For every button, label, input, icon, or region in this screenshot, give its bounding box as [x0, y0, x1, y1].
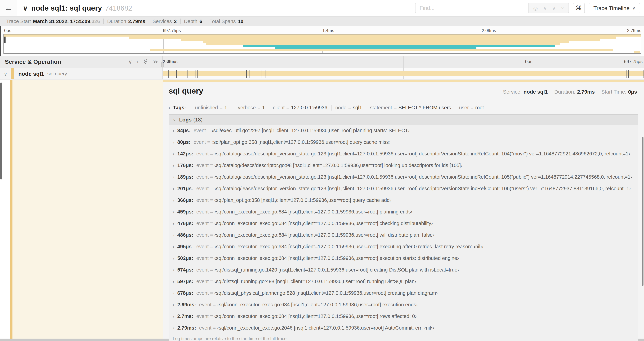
log-expand-icon[interactable]: › — [173, 163, 174, 168]
log-timestamp: 459μs: — [177, 209, 193, 215]
log-expand-icon[interactable]: › — [173, 256, 174, 261]
summary-value: March 31 2022, 17:25:09 — [33, 19, 90, 24]
tag-item: _unfinished = 1 — [188, 105, 231, 111]
minimap-tick-label: 1.4ms — [322, 28, 334, 33]
log-timestamp: 142μs: — [177, 151, 193, 157]
log-expand-icon[interactable]: › — [173, 140, 174, 145]
page-header: ← ∨ node sql1: sql query 7418682 ◎ ∧ ∨ ×… — [0, 0, 644, 17]
log-value: ‹sql/catalog/lease/descriptor_version_st… — [214, 174, 632, 180]
log-expand-icon[interactable]: › — [173, 128, 174, 133]
log-value: ‹sql/conn_executor_exec.go:684 [nsql1,cl… — [214, 244, 484, 249]
vertical-scrollbar-right[interactable] — [642, 137, 644, 286]
log-timestamp: 495μs: — [177, 244, 193, 249]
log-entry[interactable]: › 201μs: event = ‹sql/catalog/lease/desc… — [169, 183, 638, 194]
logs-header[interactable]: ∨ Logs (18) — [169, 115, 638, 125]
summary-item: Duration 2.79ms — [104, 19, 149, 24]
log-timestamp: 176μs: — [177, 163, 193, 168]
log-marker-tick — [262, 70, 262, 78]
collapse-all-icon[interactable]: ≫ — [142, 59, 148, 65]
log-expand-icon[interactable]: › — [173, 209, 174, 214]
expand-one-icon[interactable]: › — [136, 59, 138, 65]
log-field: event — [196, 151, 208, 157]
log-entry[interactable]: › 142μs: event = ‹sql/catalog/lease/desc… — [169, 148, 638, 160]
log-entry[interactable]: › 2.69ms: event = ‹sql/conn_executor_exe… — [169, 299, 638, 310]
axis-gridline — [524, 56, 524, 68]
log-expand-icon[interactable]: › — [173, 175, 174, 180]
log-expand-icon[interactable]: › — [173, 279, 174, 284]
log-expand-icon[interactable]: › — [173, 302, 174, 307]
prev-match-icon[interactable]: ∧ — [543, 5, 547, 11]
log-entry[interactable]: › 2.79ms: event = ‹sql/conn_executor_exe… — [169, 322, 638, 334]
log-field: event — [196, 313, 208, 319]
minimap-tick-label: 0μs — [4, 28, 11, 33]
log-expand-icon[interactable]: › — [173, 151, 174, 156]
log-entry[interactable]: › 486μs: event = ‹sql/conn_executor_exec… — [169, 229, 638, 241]
back-button[interactable]: ← — [0, 0, 17, 16]
tags-expand-icon[interactable]: › — [168, 105, 170, 111]
log-entry[interactable]: › 2.7ms: event = ‹sql/conn_executor_exec… — [169, 310, 638, 322]
log-expand-icon[interactable]: › — [173, 186, 174, 191]
log-entry[interactable]: › 502μs: event = ‹sql/conn_executor_exec… — [169, 252, 638, 264]
summary-value: 10 — [238, 19, 244, 24]
axis-tick-label: 2.79ms — [163, 59, 178, 64]
log-marker-tick — [197, 70, 198, 78]
log-entry[interactable]: › 678μs: event = ‹sql/distsql_physical_p… — [169, 287, 638, 299]
log-field: event — [196, 255, 208, 261]
log-value: ‹sql/conn_executor_exec.go:684 [nsql1,cl… — [214, 255, 459, 261]
logs-count: (18) — [193, 117, 202, 123]
span-row-name-cell[interactable]: ∨ node sql1 sql query — [0, 68, 163, 79]
log-field: event — [196, 244, 208, 249]
tags-label: Tags: — [173, 105, 186, 111]
collapse-one-icon[interactable]: ∨ — [128, 59, 132, 65]
span-collapse-icon[interactable]: ∨ — [0, 71, 11, 77]
summary-value: 2 — [174, 19, 177, 24]
log-expand-icon[interactable]: › — [173, 244, 174, 249]
log-expand-icon[interactable]: › — [173, 314, 174, 319]
log-field: event — [194, 139, 206, 145]
log-expand-icon[interactable]: › — [173, 198, 174, 203]
log-entry[interactable]: › 495μs: event = ‹sql/conn_executor_exec… — [169, 241, 638, 252]
find-input[interactable] — [416, 3, 528, 13]
log-expand-icon[interactable]: › — [173, 325, 174, 330]
clear-find-icon[interactable]: × — [561, 5, 564, 11]
span-duration-bar[interactable] — [163, 71, 644, 76]
next-match-icon[interactable]: ∨ — [552, 5, 556, 11]
find-controls: ◎ ∧ ∨ × — [528, 3, 568, 13]
log-entry[interactable]: › 476μs: event = ‹sql/conn_executor_exec… — [169, 218, 638, 229]
log-expand-icon[interactable]: › — [173, 233, 174, 238]
log-expand-icon[interactable]: › — [173, 291, 174, 296]
logs-list: › 34μs: event = ‹sql/exec_util.go:2297 [… — [169, 125, 638, 334]
log-entry[interactable]: › 189μs: event = ‹sql/catalog/lease/desc… — [169, 171, 638, 183]
minimap-span-bar — [4, 35, 641, 37]
vertical-scrollbar-left[interactable] — [0, 83, 2, 180]
tag-item: _verbose = 1 — [231, 105, 269, 111]
back-arrow-icon: ← — [5, 4, 12, 13]
log-timestamp: 486μs: — [177, 232, 193, 238]
span-row-timeline-cell[interactable] — [163, 68, 644, 79]
view-selector-button[interactable]: Trace Timeline ∨ — [588, 3, 640, 13]
log-field: event — [196, 221, 208, 226]
span-indent-guide — [10, 80, 12, 338]
log-expand-icon[interactable]: › — [173, 221, 174, 226]
log-entry[interactable]: › 366μs: event = ‹sql/plan_opt.go:358 [n… — [169, 194, 638, 206]
focus-match-icon[interactable]: ◎ — [533, 5, 538, 11]
log-entry[interactable]: › 574μs: event = ‹sql/distsql_running.go… — [169, 264, 638, 276]
keyboard-shortcuts-button[interactable]: ⌘ — [573, 3, 585, 13]
log-field: event — [196, 209, 208, 215]
expand-all-icon[interactable]: ≫ — [153, 59, 158, 65]
chevron-down-icon: ∨ — [632, 6, 635, 11]
log-entry[interactable]: › 80μs: event = ‹sql/plan_opt.go:358 [ns… — [169, 136, 638, 148]
view-selector-label: Trace Timeline — [594, 5, 630, 12]
collapse-trace-icon[interactable]: ∨ — [22, 4, 28, 12]
tags-row[interactable]: › Tags: _unfinished = 1 _verbose = — [163, 100, 644, 114]
minimap-span-bar — [129, 37, 616, 39]
minimap-tick-label: 697.75μs — [163, 28, 181, 33]
log-entry[interactable]: › 459μs: event = ‹sql/conn_executor_exec… — [169, 206, 638, 218]
logs-label: Logs — [179, 117, 192, 123]
log-timestamp: 2.7ms: — [177, 313, 193, 319]
log-entry[interactable]: › 176μs: event = ‹sql/catalog/descs/desc… — [169, 160, 638, 171]
log-entry[interactable]: › 34μs: event = ‹sql/exec_util.go:2297 [… — [169, 125, 638, 136]
log-entry[interactable]: › 597μs: event = ‹sql/distsql_running.go… — [169, 276, 638, 287]
log-expand-icon[interactable]: › — [173, 267, 174, 272]
minimap-graph[interactable] — [4, 34, 641, 54]
